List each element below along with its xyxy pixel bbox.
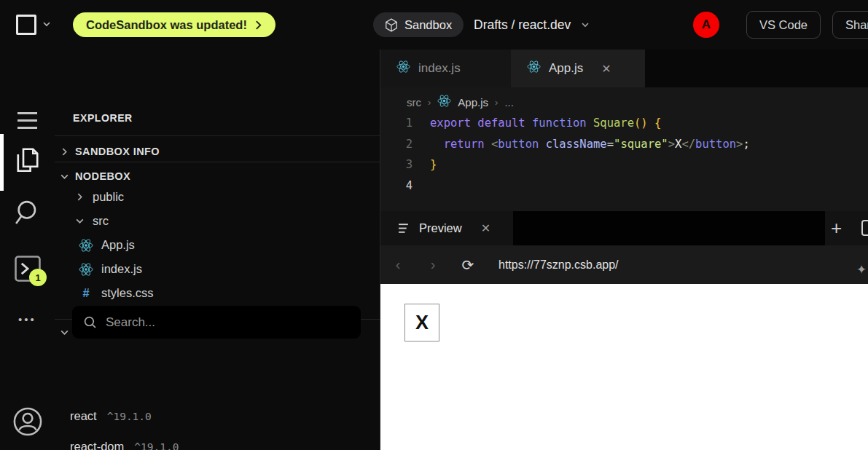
close-tab-icon[interactable]: ✕ xyxy=(601,62,611,76)
code-area[interactable]: 1export default function Square() {2 ret… xyxy=(380,113,868,196)
react-icon xyxy=(396,60,410,77)
menu-icon[interactable] xyxy=(0,112,55,129)
react-icon xyxy=(437,94,451,110)
empty-tab-space xyxy=(513,211,825,245)
update-banner[interactable]: CodeSandbox was updated! xyxy=(73,12,275,37)
tree-file-styles.css[interactable]: #styles.css xyxy=(55,281,380,305)
breadcrumb-folder[interactable]: src xyxy=(407,96,421,108)
sparkle-icon[interactable]: ✦ xyxy=(856,262,867,277)
breadcrumb-separator: › xyxy=(428,97,431,108)
breadcrumb-file[interactable]: App.js xyxy=(458,96,488,108)
code-token: X xyxy=(675,138,681,151)
url-field[interactable]: https://77sznp.csb.app/ xyxy=(498,258,619,272)
tree-folder-public[interactable]: public xyxy=(55,185,380,209)
share-button[interactable]: Share xyxy=(832,11,868,39)
code-line[interactable]: 2 return <button className="square">X</b… xyxy=(380,134,868,155)
code-token xyxy=(539,138,545,151)
code-token: > xyxy=(668,138,675,151)
preview-navbar: ‹ › ⟳ https://77sznp.csb.app/ xyxy=(380,245,868,284)
code-token: < xyxy=(491,138,498,151)
code-line[interactable]: 4 xyxy=(380,175,868,197)
code-token: export default xyxy=(430,117,525,130)
chevron-down-icon xyxy=(60,328,69,337)
tree-file-index.js[interactable]: index.js xyxy=(55,257,380,281)
activity-bar: 1 ••• ⚙ xyxy=(0,50,55,450)
project-breadcrumb-label: Drafts / react.dev xyxy=(474,17,571,33)
tree-folder-src[interactable]: src xyxy=(55,209,380,233)
preview-list-icon xyxy=(398,223,410,234)
search-icon[interactable] xyxy=(0,199,55,228)
code-token: } xyxy=(430,158,437,171)
code-token xyxy=(485,138,491,151)
code-token: button xyxy=(695,138,736,151)
tree-item-label: App.js xyxy=(101,238,135,252)
sandbox-badge[interactable]: Sandbox xyxy=(373,12,464,37)
update-banner-label: CodeSandbox was updated! xyxy=(86,18,247,32)
codesandbox-logo[interactable] xyxy=(16,15,36,35)
dependency-version: ^19.1.0 xyxy=(134,441,179,450)
editor-tabstrip: index.js App.js ✕ xyxy=(380,50,868,87)
code-token: { xyxy=(654,117,661,130)
code-token xyxy=(587,117,593,130)
react-icon xyxy=(396,60,410,74)
preview-tab-label: Preview xyxy=(419,221,462,235)
project-breadcrumb[interactable]: Drafts / react.dev xyxy=(474,12,590,37)
react-icon xyxy=(527,60,541,77)
vscode-button[interactable]: VS Code xyxy=(746,11,821,39)
forward-icon[interactable]: › xyxy=(415,256,450,273)
react-icon xyxy=(437,94,451,108)
section-sandbox-info[interactable]: SANDBOX INFO xyxy=(60,141,160,162)
breadcrumb-symbol[interactable]: ... xyxy=(504,96,514,108)
code-token: function xyxy=(532,117,587,130)
chevron-down-icon xyxy=(60,172,69,181)
section-label: NODEBOX xyxy=(75,170,130,182)
share-button-label: Share xyxy=(845,18,868,32)
react-icon xyxy=(79,262,93,277)
code-line[interactable]: 3} xyxy=(380,154,868,175)
logo-menu-chevron-icon[interactable] xyxy=(42,20,51,28)
breadcrumb-separator: › xyxy=(495,97,498,108)
more-actions-icon[interactable]: ••• xyxy=(0,313,55,325)
editor-body[interactable]: src › App.js › ... 1export default funct… xyxy=(380,87,868,211)
files-icon[interactable] xyxy=(0,146,55,175)
tree-item-label: public xyxy=(93,190,124,204)
add-tab-icon[interactable]: + xyxy=(831,217,842,240)
tab-index-js[interactable]: index.js xyxy=(380,50,511,87)
split-view-icon[interactable] xyxy=(861,220,868,236)
back-icon[interactable]: ‹ xyxy=(380,256,415,273)
dependency-name: react xyxy=(70,409,97,423)
dependency-row[interactable]: react-dom ^19.1.0 xyxy=(70,440,179,450)
search-icon xyxy=(83,315,97,329)
code-token: return xyxy=(444,138,485,151)
dependency-row[interactable]: react ^19.1.0 xyxy=(70,409,152,423)
tree-item-label: styles.css xyxy=(101,286,154,300)
code-token: Square xyxy=(593,117,634,130)
avatar[interactable]: A xyxy=(693,12,719,38)
section-nodebox[interactable]: NODEBOX xyxy=(60,166,130,186)
preview-tab[interactable]: Preview ✕ xyxy=(380,211,508,245)
tree-file-App.js[interactable]: App.js xyxy=(55,233,380,257)
terminal-badge: 1 xyxy=(29,269,47,286)
code-token: = xyxy=(607,138,614,151)
refresh-icon[interactable]: ⟳ xyxy=(450,256,485,274)
preview-tabstrip: Preview ✕ + xyxy=(380,211,868,245)
section-label: SANDBOX INFO xyxy=(75,146,160,157)
editor-pane: index.js App.js ✕ src › App.js › ... xyxy=(380,50,868,211)
code-token: "square" xyxy=(614,138,668,151)
code-token xyxy=(430,138,444,151)
dependency-search-input[interactable] xyxy=(106,315,339,330)
dependency-name: react-dom xyxy=(70,440,124,450)
close-preview-icon[interactable]: ✕ xyxy=(481,221,490,235)
code-token xyxy=(648,117,654,130)
account-icon[interactable] xyxy=(0,406,55,437)
breadcrumb: src › App.js › ... xyxy=(380,87,868,113)
code-line[interactable]: 1export default function Square() { xyxy=(380,113,868,134)
terminal-badge-count: 1 xyxy=(35,272,40,283)
preview-pane: Preview ✕ + ‹ › ⟳ https://77sznp.csb.app… xyxy=(380,211,868,450)
tree-item-label: index.js xyxy=(101,262,142,276)
chevron-right-icon xyxy=(254,20,262,30)
tab-app-js[interactable]: App.js ✕ xyxy=(511,50,645,87)
line-number: 4 xyxy=(380,179,430,192)
square-button[interactable]: X xyxy=(404,304,439,342)
code-token: > xyxy=(736,138,743,151)
